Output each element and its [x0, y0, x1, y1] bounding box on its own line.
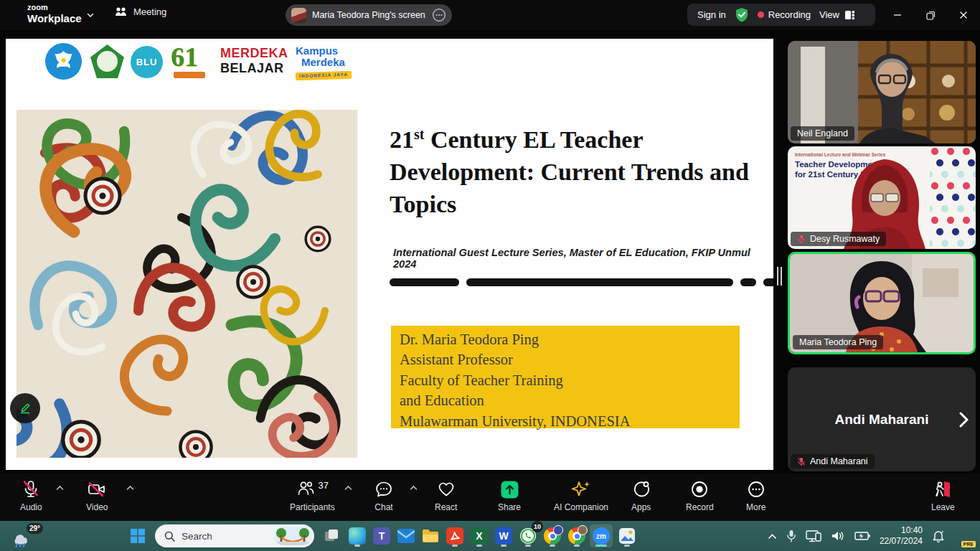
tray-clock[interactable]: 10:40 22/07/2024: [880, 525, 923, 547]
zoom-app-icon[interactable]: zm: [590, 524, 613, 547]
pencil-icon: [18, 401, 32, 415]
speaker-name: Dr. Maria Teodora Ping: [400, 329, 731, 349]
participant-name: Desy Rusmawaty: [810, 234, 880, 244]
chrome-icon[interactable]: [541, 524, 564, 547]
photos-icon[interactable]: [616, 524, 639, 547]
tab-shared-screen-label: Maria Teodora Ping's screen: [312, 10, 426, 20]
merdeka-belajar-logo: MERDEKA BELAJAR: [220, 47, 288, 75]
tab-shared-screen[interactable]: Maria Teodora Ping's screen: [286, 4, 452, 26]
video-muted-icon: [87, 480, 107, 499]
anniversary-61-logo: 61: [171, 43, 211, 82]
record-button[interactable]: Record: [686, 479, 714, 512]
meeting-stage: BLU 61 MERDEKA BELAJAR Kampus Merdeka IN…: [0, 30, 980, 474]
belajar-word: BELAJAR: [220, 62, 288, 75]
speaker-title: Assistant Professor: [400, 349, 731, 369]
notification-bell-icon[interactable]: z: [932, 529, 945, 543]
word-icon[interactable]: W: [492, 524, 515, 547]
blu-label: BLU: [136, 57, 158, 67]
recording-dot-icon: [758, 11, 764, 18]
tray-expand-chevron-icon[interactable]: [768, 533, 777, 540]
close-button[interactable]: [947, 0, 980, 30]
system-tray: 10:40 22/07/2024 z PRE: [768, 521, 980, 551]
tab-meeting-label: Meeting: [133, 6, 166, 17]
weather-widget[interactable]: 29°: [10, 523, 43, 549]
brand-workplace: Workplace: [27, 13, 82, 24]
chevron-down-icon[interactable]: [86, 11, 95, 19]
react-button[interactable]: React: [435, 479, 457, 512]
apps-icon: [632, 480, 651, 499]
sign-in-button[interactable]: Sign in: [697, 9, 726, 20]
chat-options-chevron-icon[interactable]: [410, 485, 418, 491]
slide-title: 21st Century EL Teacher Development: Cur…: [390, 123, 752, 221]
whatsapp-icon[interactable]: 10: [517, 524, 540, 547]
chat-icon: [374, 480, 393, 499]
file-explorer-icon[interactable]: [419, 524, 442, 547]
speaker-faculty-1: Faculty of Teacher Training: [400, 370, 731, 390]
task-view-button[interactable]: [320, 524, 343, 547]
taskbar-search[interactable]: Search: [155, 524, 314, 547]
meeting-people-icon: [115, 6, 127, 17]
heart-react-icon: [437, 480, 456, 499]
security-shield-icon[interactable]: [735, 7, 749, 23]
record-icon: [690, 480, 709, 499]
divider-segment: [466, 278, 733, 286]
sidebar-resize-handle[interactable]: [776, 263, 783, 289]
temperature-badge: 29°: [27, 523, 43, 534]
ai-companion-button[interactable]: AI Companion: [554, 479, 608, 512]
copilot-icon[interactable]: PRE: [954, 527, 973, 545]
speaker-faculty-2: and Education: [400, 390, 731, 410]
chat-button[interactable]: Chat: [374, 479, 393, 512]
tray-mic-icon[interactable]: [786, 529, 796, 542]
speaker-info-box: Dr. Maria Teodora Ping Assistant Profess…: [391, 326, 740, 428]
audio-button[interactable]: Audio: [20, 479, 42, 512]
leave-button[interactable]: Leave: [931, 479, 955, 512]
apps-button[interactable]: Apps: [631, 479, 651, 512]
participants-count-badge: 37: [319, 481, 329, 490]
tray-battery-icon[interactable]: [854, 531, 870, 541]
share-screen-icon: [500, 480, 519, 499]
annotate-button[interactable]: [10, 393, 40, 423]
minimize-button[interactable]: [881, 0, 914, 30]
participant-tile-neil[interactable]: Neil England: [788, 41, 976, 143]
participants-button[interactable]: 37 Participants: [290, 479, 335, 512]
teams-icon[interactable]: T: [370, 524, 393, 547]
apps-label: Apps: [631, 502, 651, 512]
zoom-workplace-logo: zoom Workplace: [27, 4, 82, 24]
restore-button[interactable]: [914, 0, 947, 30]
next-participants-chevron-icon[interactable]: [959, 412, 969, 428]
share-button[interactable]: Share: [498, 479, 521, 512]
participant-name-tag: Desy Rusmawaty: [791, 232, 886, 246]
muted-mic-icon: [797, 457, 806, 466]
divider-segment: [763, 278, 773, 286]
participant-tile-maria[interactable]: Maria Teodora Ping: [788, 252, 976, 354]
ai-sparkle-icon: [570, 480, 592, 499]
blu-logo: BLU: [131, 46, 163, 78]
speaker-university: Mulawarman University, INDONESIA: [400, 411, 731, 431]
start-button[interactable]: [126, 524, 149, 547]
tray-cast-display-icon[interactable]: [806, 530, 821, 542]
video-button[interactable]: Video: [86, 479, 108, 512]
audio-options-chevron-icon[interactable]: [56, 485, 64, 491]
screen-options-ellipsis-icon[interactable]: [432, 8, 446, 22]
participant-tile-desy[interactable]: International Lecture and Webinar Series…: [788, 146, 976, 249]
participants-options-chevron-icon[interactable]: [344, 485, 352, 491]
video-options-chevron-icon[interactable]: [126, 485, 134, 491]
more-label: More: [746, 502, 765, 512]
kampus-word: Kampus: [296, 45, 352, 56]
acrobat-icon[interactable]: [443, 524, 466, 547]
edge-icon[interactable]: [346, 524, 369, 547]
mail-icon[interactable]: [395, 524, 418, 547]
mic-muted-icon: [22, 480, 40, 499]
view-button[interactable]: View: [819, 9, 855, 20]
tray-volume-icon[interactable]: [831, 530, 845, 542]
participant-tile-andi[interactable]: Andi Maharani Andi Maharani: [788, 367, 976, 471]
muted-mic-icon: [797, 235, 806, 244]
recording-label: Recording: [768, 9, 811, 20]
more-button[interactable]: More: [746, 479, 765, 512]
photos-glyph: [618, 527, 636, 545]
search-daily-image[interactable]: [274, 527, 311, 545]
chrome-profile2-icon[interactable]: [565, 524, 588, 547]
video-label: Video: [86, 502, 108, 512]
tab-meeting[interactable]: Meeting: [115, 6, 166, 17]
excel-icon[interactable]: X: [468, 524, 491, 547]
